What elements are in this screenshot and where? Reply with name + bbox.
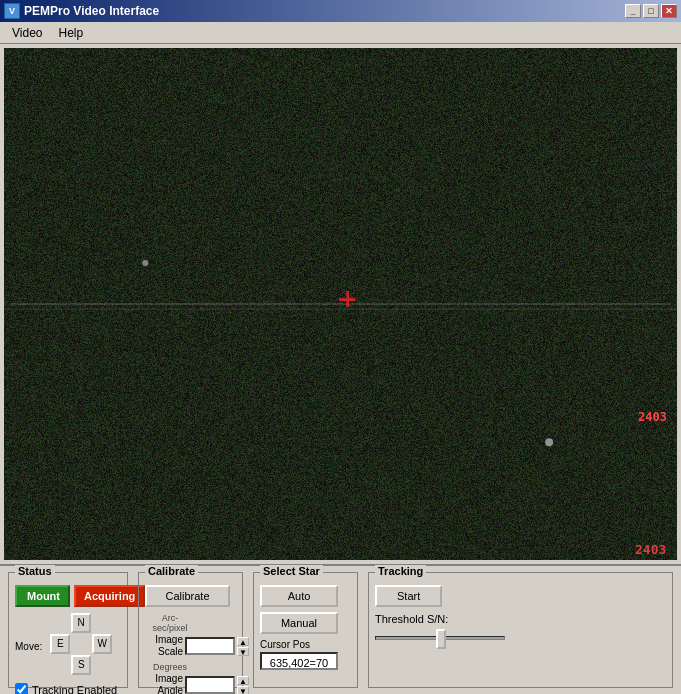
manual-button[interactable]: Manual [260,612,338,634]
video-area: 2403 [4,48,677,560]
close-button[interactable]: ✕ [661,4,677,18]
image-angle-input[interactable]: -89.4 [185,676,235,694]
bottom-panel: Status Mount Acquiring Move: N E W S [0,564,681,694]
menu-video[interactable]: Video [4,24,50,42]
move-east-button[interactable]: E [50,634,70,654]
image-angle-down[interactable]: ▼ [237,686,249,695]
select-star-section: Select Star Auto Manual Cursor Pos 635,4… [253,572,358,688]
image-scale-input[interactable]: 1.86 [185,637,235,655]
cursor-pos-value: 635,402=70 [260,652,338,670]
menu-bar: Video Help [0,22,681,44]
image-scale-row: Arc-sec/pixel ImageScale 1.86 ▲ ▼ [145,613,236,658]
tracking-enabled-label: Tracking Enabled [32,684,117,695]
image-angle-up[interactable]: ▲ [237,676,249,685]
crosshair-horizontal [11,304,671,305]
move-west-button[interactable]: W [92,634,112,654]
image-scale-sublabel: Arc-sec/pixel [145,613,195,633]
start-button[interactable]: Start [375,585,442,607]
minimize-button[interactable]: _ [625,4,641,18]
threshold-slider-bar [375,636,505,640]
image-angle-label: ImageAngle [145,673,183,694]
move-north-button[interactable]: N [71,613,91,633]
app-icon: V [4,3,20,19]
mount-button[interactable]: Mount [15,585,70,607]
threshold-label: Threshold S/N: [375,613,666,625]
move-south-button[interactable]: S [71,655,91,675]
acquiring-button[interactable]: Acquiring [74,585,145,607]
tracking-row: Tracking Enabled [15,683,121,694]
window-title: PEMPro Video Interface [24,4,159,18]
threshold-slider-thumb[interactable] [436,629,446,649]
cursor-pos-label: Cursor Pos [260,639,351,650]
image-scale-down[interactable]: ▼ [237,647,249,656]
status-buttons: Mount Acquiring [15,585,121,607]
move-label: Move: [15,641,42,652]
image-scale-up[interactable]: ▲ [237,637,249,646]
tracking-section-label: Tracking [375,565,426,577]
status-label: Status [15,565,55,577]
image-angle-row: Degrees ImageAngle -89.4 ▲ ▼ [145,662,236,694]
title-bar: V PEMPro Video Interface _ □ ✕ [0,0,681,22]
tracking-enabled-checkbox[interactable] [15,683,28,694]
auto-button[interactable]: Auto [260,585,338,607]
status-section: Status Mount Acquiring Move: N E W S [8,572,128,688]
move-controls: N E W S [50,613,112,675]
calibrate-section: Calibrate Calibrate Arc-sec/pixel ImageS… [138,572,243,688]
calibrate-button[interactable]: Calibrate [145,585,230,607]
maximize-button[interactable]: □ [643,4,659,18]
tracking-section: Tracking Start Threshold S/N: [368,572,673,688]
select-star-label: Select Star [260,565,323,577]
image-angle-sublabel: Degrees [145,662,195,672]
time-display: 2403 [638,410,667,424]
threshold-slider-track [375,629,505,647]
calibrate-label: Calibrate [145,565,198,577]
window-content: 2403 Status Mount Acquiring Move: N E W [0,44,681,694]
image-scale-label: ImageScale [145,634,183,658]
menu-help[interactable]: Help [50,24,91,42]
